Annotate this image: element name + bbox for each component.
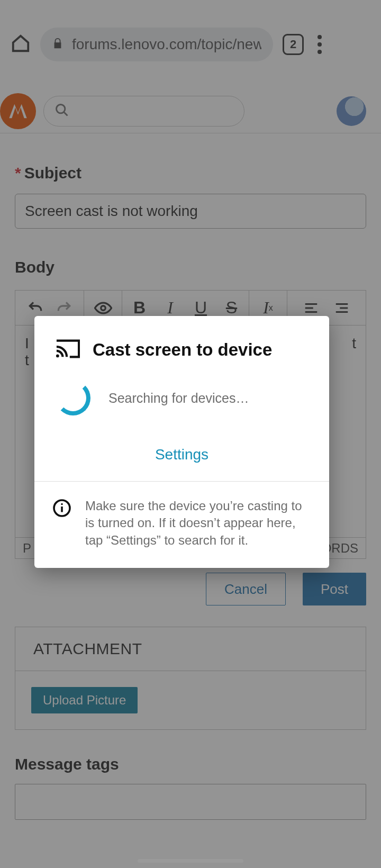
cast-dialog: Cast screen to device Searching for devi… (34, 316, 329, 568)
svg-point-2 (56, 355, 59, 358)
svg-point-5 (61, 503, 63, 505)
cast-icon (56, 338, 80, 361)
dialog-settings-row: Settings (34, 431, 329, 481)
dialog-search-row: Searching for devices… (34, 371, 329, 431)
dialog-info-row: Make sure the device you’re casting to i… (34, 481, 329, 568)
settings-link[interactable]: Settings (155, 446, 208, 463)
searching-text: Searching for devices… (108, 391, 249, 406)
dialog-info-text: Make sure the device you’re casting to i… (85, 498, 311, 549)
gesture-handle[interactable] (138, 859, 243, 863)
dialog-title: Cast screen to device (93, 340, 272, 360)
loading-spinner-icon (56, 381, 90, 415)
dialog-header: Cast screen to device (34, 316, 329, 371)
info-icon (52, 498, 71, 549)
